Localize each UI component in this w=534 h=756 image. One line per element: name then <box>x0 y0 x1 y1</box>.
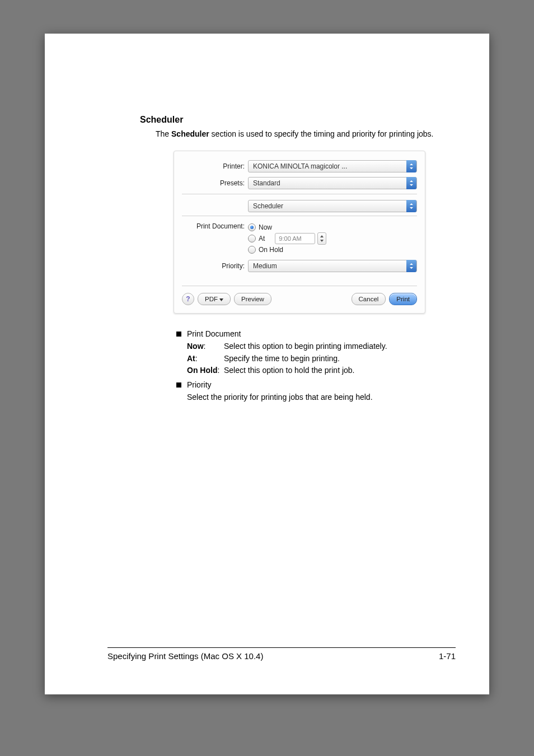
cancel-button-label: Cancel <box>359 296 379 302</box>
dropdown-arrows-icon <box>406 177 416 189</box>
colon: : <box>204 342 206 351</box>
priority-row: Priority: Medium <box>182 260 417 272</box>
desc-at: Specify the time to begin printing. <box>224 353 340 365</box>
def-on-hold: On Hold: Select this option to hold the … <box>187 365 456 377</box>
dropdown-arrows-icon <box>406 200 416 212</box>
dialog-screenshot: Printer: KONICA MINOLTA magicolor ... Pr… <box>174 151 425 314</box>
option-at-label: At <box>259 235 265 242</box>
chevron-down-icon <box>219 296 223 302</box>
cancel-button[interactable]: Cancel <box>352 293 386 305</box>
dropdown-arrows-icon <box>406 160 416 172</box>
section-select[interactable]: Scheduler <box>248 200 417 212</box>
term-on-hold-b: On Hold <box>187 366 217 375</box>
intro-prefix: The <box>156 129 171 138</box>
footer-right: 1-71 <box>439 651 456 661</box>
intro-rest: section is used to specify the timing an… <box>209 129 434 138</box>
intro-bold-term: Scheduler <box>171 129 209 138</box>
priority-select-value: Medium <box>253 262 277 270</box>
def-now: Now: Select this option to begin printin… <box>187 340 456 353</box>
dropdown-arrows-icon <box>406 260 416 272</box>
bullet-icon <box>176 382 181 388</box>
divider <box>182 216 417 216</box>
print-document-label: Print Document: <box>182 222 248 255</box>
printer-row: Printer: KONICA MINOLTA magicolor ... <box>182 160 417 172</box>
preview-button[interactable]: Preview <box>234 293 271 305</box>
desc-now: Select this option to begin printing imm… <box>224 340 387 353</box>
term-now-b: Now <box>187 342 204 351</box>
bullet-print-document: Print Document <box>176 328 456 340</box>
term-on-hold: On Hold: <box>187 365 224 377</box>
desc-on-hold: Select this option to hold the print job… <box>224 365 354 377</box>
print-document-options: Now At 9:00 AM <box>248 222 326 255</box>
time-value: 9:00 AM <box>275 233 315 244</box>
printer-select[interactable]: KONICA MINOLTA magicolor ... <box>248 160 417 172</box>
print-dialog: Printer: KONICA MINOLTA magicolor ... Pr… <box>174 151 425 314</box>
presets-select[interactable]: Standard <box>248 177 417 189</box>
page-footer: Specifying Print Settings (Mac OS X 10.4… <box>107 647 456 661</box>
radio-at-icon <box>248 235 256 242</box>
print-document-group: Print Document: Now At 9:00 AM <box>182 222 417 255</box>
printer-select-value: KONICA MINOLTA magicolor ... <box>253 162 347 170</box>
stepper-arrows-icon[interactable] <box>317 232 326 245</box>
footer-left: Specifying Print Settings (Mac OS X 10.4… <box>107 651 263 661</box>
term-at: At: <box>187 353 224 365</box>
printer-label: Printer: <box>182 162 248 170</box>
section-select-value: Scheduler <box>253 202 283 210</box>
term-at-b: At <box>187 354 195 363</box>
section-heading: Scheduler <box>140 115 456 125</box>
print-button[interactable]: Print <box>389 293 417 305</box>
bullet-priority: Priority <box>176 379 456 391</box>
def-at: At: Specify the time to begin printing. <box>187 353 456 365</box>
colon: : <box>217 366 219 375</box>
desc-priority: Select the priority for printing jobs th… <box>187 391 456 404</box>
presets-label: Presets: <box>182 179 248 187</box>
radio-on-hold-icon <box>248 246 256 254</box>
preview-button-label: Preview <box>241 296 264 302</box>
pdf-button[interactable]: PDF <box>198 293 231 305</box>
option-at[interactable]: At 9:00 AM <box>248 233 326 244</box>
term-now: Now: <box>187 340 224 353</box>
presets-select-value: Standard <box>253 179 280 187</box>
option-on-hold-label: On Hold <box>259 246 283 254</box>
document-page: Scheduler The Scheduler section is used … <box>45 34 489 694</box>
intro-paragraph: The Scheduler section is used to specify… <box>156 128 456 139</box>
divider <box>182 194 417 194</box>
print-button-label: Print <box>396 296 410 302</box>
option-now-label: Now <box>259 223 272 231</box>
help-button[interactable]: ? <box>182 293 194 305</box>
bullet-priority-label: Priority <box>187 379 212 391</box>
priority-label: Priority: <box>182 262 248 270</box>
priority-select[interactable]: Medium <box>248 260 417 272</box>
presets-row: Presets: Standard <box>182 177 417 189</box>
bullet-print-document-label: Print Document <box>187 328 241 340</box>
time-stepper[interactable]: 9:00 AM <box>275 232 326 245</box>
radio-now-icon <box>248 223 256 231</box>
bullet-icon <box>176 332 181 337</box>
description-list: Print Document Now: Select this option t… <box>176 328 456 403</box>
colon: : <box>195 354 198 363</box>
section-row: Scheduler <box>182 200 417 212</box>
pdf-button-label: PDF <box>205 296 218 302</box>
option-on-hold[interactable]: On Hold <box>248 244 326 255</box>
dialog-footer: ? PDF Preview Cancel Print <box>182 286 417 305</box>
option-now[interactable]: Now <box>248 222 326 233</box>
